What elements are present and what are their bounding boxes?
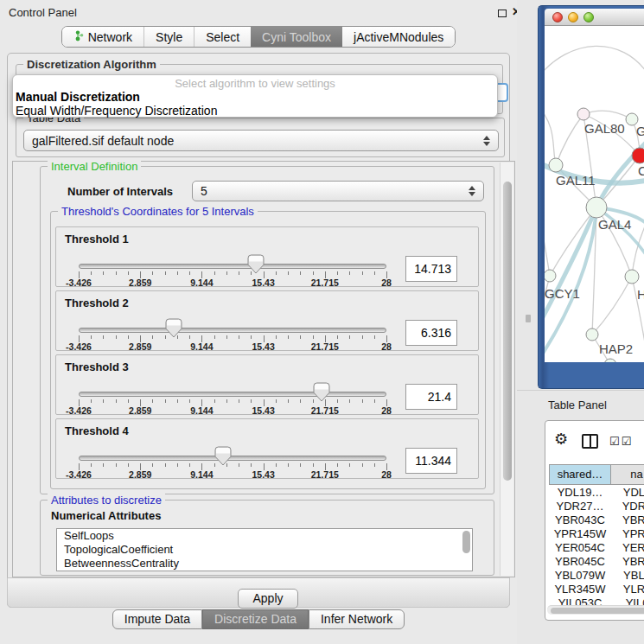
node-right[interactable] [625, 270, 639, 284]
table-cell-name[interactable]: YER0 [611, 541, 644, 555]
tab-cyni-toolbox[interactable]: Cyni Toolbox [251, 27, 342, 47]
bottom-tab-discretize-data[interactable]: Discretize Data [202, 609, 309, 629]
table-row[interactable]: YDR27…YDR2 [549, 500, 644, 513]
vertical-scrollbar-thumb[interactable] [503, 182, 512, 481]
slider-tick-labels: -3.4262.8599.14415.4321.71528 [79, 277, 386, 288]
tick-mark [337, 335, 338, 339]
table-cell-shared-name[interactable]: YPR145W [549, 527, 611, 541]
table-cell-shared-name[interactable]: YBR045C [549, 555, 611, 569]
tick-label: 9.144 [190, 405, 213, 416]
node-gal80[interactable] [577, 108, 590, 120]
table-cell-name[interactable]: YBR0 [611, 555, 644, 569]
node-label-gal4: GAL4 [598, 217, 631, 232]
apply-row: Apply [7, 577, 510, 608]
tab-label: Select [206, 30, 239, 44]
tick-mark [374, 463, 375, 467]
node-bottom[interactable] [604, 359, 616, 362]
tick-mark [91, 335, 92, 339]
node-hap2[interactable] [586, 328, 598, 341]
threshold-3-slider-track[interactable] [79, 392, 386, 397]
table-data-combobox[interactable]: galFiltered.sif default node [23, 130, 499, 151]
network-window-titlebar[interactable] [545, 9, 644, 26]
number-of-intervals-value: 5 [201, 184, 207, 198]
table-cell-shared-name[interactable]: YIL053C [549, 596, 611, 605]
table-data-selected-value: galFiltered.sif default node [32, 134, 174, 148]
attribute-list-item[interactable]: TopologicalCoefficient [57, 543, 472, 557]
table-cell-shared-name[interactable]: YER054C [549, 541, 611, 555]
threshold-4-slider-track[interactable] [79, 456, 386, 461]
table-cell-name[interactable]: YDR2 [611, 500, 644, 513]
number-of-intervals-combobox[interactable]: 5 [192, 181, 484, 201]
node-gal11[interactable] [549, 158, 563, 172]
threshold-1-value-field[interactable]: 14.713 [405, 256, 457, 282]
table-cell-shared-name[interactable]: YBR043C [549, 513, 611, 527]
column-header-name[interactable]: na [611, 464, 644, 485]
threshold-1-slider-track[interactable] [79, 264, 386, 269]
checkbox-icons[interactable]: ☑☑ [609, 435, 633, 448]
minimize-window-icon[interactable] [568, 12, 578, 22]
attribute-list-item[interactable]: BetweennessCentrality [57, 557, 472, 571]
bottom-tab-impute-data[interactable]: Impute Data [112, 609, 202, 629]
thresholds-group-title: Threshold's Coordinates for 5 Intervals [58, 205, 258, 218]
table-cell-name[interactable]: YBL0 [611, 569, 644, 583]
float-panel-icon[interactable] [498, 10, 507, 17]
zoom-window-icon[interactable] [583, 12, 594, 22]
table-cell-name[interactable]: YLR3 [611, 583, 644, 596]
tick-mark [128, 335, 129, 339]
tick-mark [189, 399, 190, 403]
node-selected-red[interactable] [632, 148, 644, 163]
threshold-2-slider-track[interactable] [79, 328, 386, 333]
table-row[interactable]: YLR345WYLR3 [549, 583, 644, 596]
table-data-group: Table Data galFiltered.sif default node [16, 118, 505, 157]
table-row[interactable]: YIL053CYIL0 [549, 596, 644, 605]
attributes-list-scrollbar[interactable] [462, 531, 470, 553]
attribute-list-item[interactable]: SelfLoops [57, 529, 472, 543]
table-cell-shared-name[interactable]: YLR345W [549, 583, 611, 596]
bottom-tab-infer-network[interactable]: Infer Network [309, 609, 405, 629]
table-cell-shared-name[interactable]: YDL19… [549, 486, 611, 500]
node-gal4[interactable] [586, 197, 607, 218]
table-cell-shared-name[interactable]: YDR27… [549, 500, 611, 513]
table-row[interactable]: YBL079WYBL0 [549, 569, 644, 583]
vertical-scrollbar[interactable] [500, 163, 513, 576]
tick-mark [177, 463, 178, 467]
table-row[interactable]: YBR045CYBR0 [549, 555, 644, 569]
table-row[interactable]: YBR043CYBR0 [549, 513, 644, 527]
node-label-h_partial: H [637, 287, 644, 302]
algorithm-placeholder-option[interactable]: Select algorithm to view settings [13, 77, 497, 90]
column-header-shared-name[interactable]: shared… [549, 464, 611, 485]
apply-button[interactable]: Apply [238, 589, 298, 609]
table-row[interactable]: YDL19…YDL1 [549, 486, 644, 500]
table-row[interactable]: YER054CYER0 [549, 541, 644, 555]
table-cell-shared-name[interactable]: YBL079W [549, 569, 611, 583]
tick-mark [300, 463, 301, 467]
algorithm-option-equal-width[interactable]: Equal Width/Frequency Discretization [13, 104, 497, 118]
tick-mark [103, 335, 104, 339]
close-window-icon[interactable] [552, 12, 563, 22]
table-cell-name[interactable]: YIL0 [611, 596, 644, 605]
threshold-2-value-field[interactable]: 6.316 [405, 320, 457, 346]
horizontal-scrollbar[interactable] [547, 605, 644, 615]
gear-icon[interactable]: ⚙ [554, 431, 568, 447]
network-canvas[interactable]: GAL80GAGAL11CGAL4GCY1HHAP2 [545, 26, 644, 362]
column-layout-icon[interactable] [582, 434, 598, 449]
table-cell-name[interactable]: YBR0 [611, 513, 644, 527]
table-cell-name[interactable]: YPR1 [611, 527, 644, 541]
threshold-3-value-field[interactable]: 21.4 [405, 384, 457, 410]
horizontal-scrollbar-thumb[interactable] [551, 608, 644, 614]
tick-mark [128, 399, 129, 403]
node-gcy1[interactable] [545, 270, 556, 282]
algorithm-option-manual[interactable]: Manual Discretization [13, 90, 497, 104]
tab-style[interactable]: Style [143, 27, 194, 47]
threshold-4-value-field[interactable]: 11.344 [405, 448, 457, 474]
tick-mark [91, 399, 92, 403]
tab-network[interactable]: Network [62, 27, 143, 47]
table-row[interactable]: YPR145WYPR1 [549, 527, 644, 541]
table-cell-name[interactable]: YDL1 [611, 486, 644, 500]
tab-label: Cyni Toolbox [262, 30, 331, 44]
pane-divider-handle[interactable] [526, 315, 531, 322]
tick-mark [103, 399, 104, 403]
tab-jactivemnodules[interactable]: jActiveMNodules [342, 27, 455, 47]
control-panel-tabbar: NetworkStyleSelectCyni ToolboxjActiveMNo… [0, 26, 517, 48]
tab-select[interactable]: Select [194, 27, 251, 47]
